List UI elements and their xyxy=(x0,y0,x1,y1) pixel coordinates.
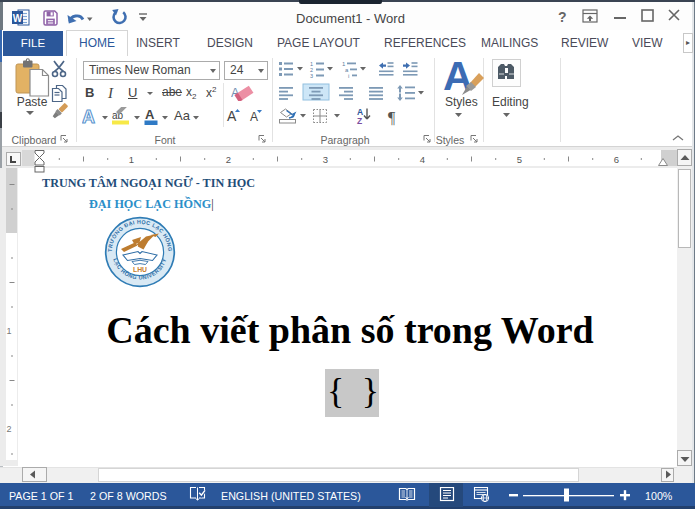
svg-text:Aa: Aa xyxy=(174,108,191,123)
svg-text:3: 3 xyxy=(323,154,328,165)
svg-text:Z: Z xyxy=(357,116,362,126)
svg-text:2: 2 xyxy=(6,424,11,434)
svg-text:A: A xyxy=(250,110,258,124)
svg-text:¶: ¶ xyxy=(388,109,396,126)
svg-text:5: 5 xyxy=(517,154,522,165)
svg-text:A: A xyxy=(82,107,95,127)
svg-text:3: 3 xyxy=(310,73,313,79)
svg-text:Editing: Editing xyxy=(492,95,529,109)
svg-text:A: A xyxy=(145,107,155,122)
svg-text:A: A xyxy=(227,108,237,124)
svg-text:Styles: Styles xyxy=(445,95,478,109)
svg-text:?: ? xyxy=(558,9,567,25)
svg-text:2: 2 xyxy=(226,154,231,165)
svg-text:i: i xyxy=(348,73,349,79)
svg-text:A: A xyxy=(443,58,473,99)
svg-text:6: 6 xyxy=(614,154,619,165)
svg-text:LHU: LHU xyxy=(133,266,147,273)
svg-text:1: 1 xyxy=(129,154,134,165)
svg-text:W: W xyxy=(13,13,23,24)
svg-text:4: 4 xyxy=(420,154,425,165)
